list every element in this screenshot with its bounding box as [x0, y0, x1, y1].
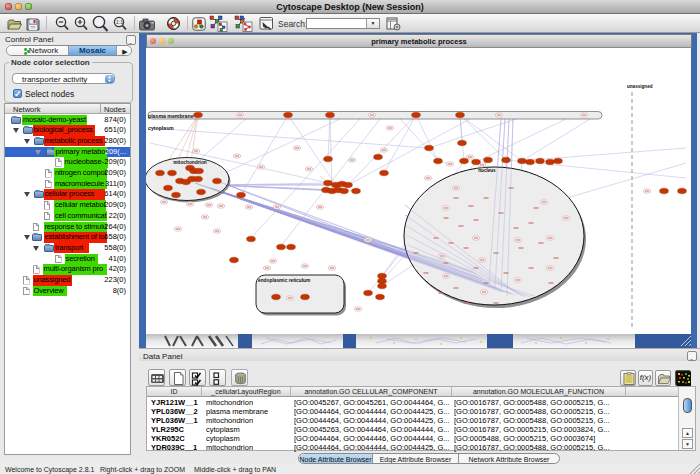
svg-text:nucleus: nucleus	[478, 168, 496, 173]
svg-text:cytoplasm: cytoplasm	[148, 125, 174, 131]
svg-text:mitochondrion: mitochondrion	[173, 160, 207, 165]
svg-text:unassigned: unassigned	[627, 84, 653, 89]
svg-text:1:1: 1:1	[116, 19, 123, 25]
svg-text:endoplasmic reticulum: endoplasmic reticulum	[258, 278, 310, 283]
svg-text:plasma membrane: plasma membrane	[148, 113, 194, 119]
